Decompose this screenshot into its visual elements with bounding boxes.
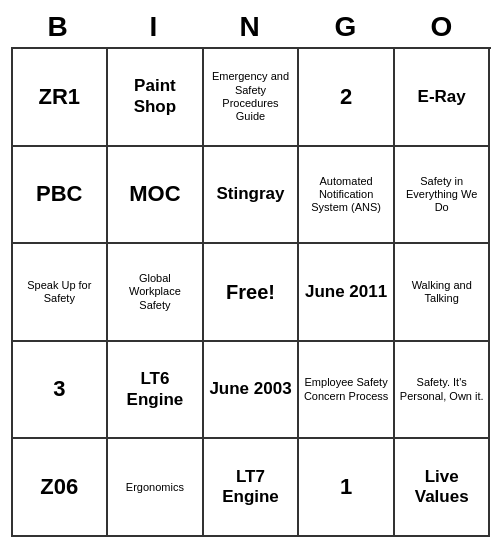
- bingo-header: BINGO: [11, 7, 491, 47]
- bingo-cell-11[interactable]: Global Workplace Safety: [108, 244, 204, 342]
- header-letter-n: N: [203, 7, 299, 47]
- header-letter-g: G: [299, 7, 395, 47]
- bingo-cell-15[interactable]: 3: [13, 342, 109, 440]
- bingo-cell-0[interactable]: ZR1: [13, 49, 109, 147]
- bingo-cell-13[interactable]: June 2011: [299, 244, 395, 342]
- bingo-cell-2[interactable]: Emergency and Safety Procedures Guide: [204, 49, 300, 147]
- bingo-cell-19[interactable]: Safety. It's Personal, Own it.: [395, 342, 491, 440]
- bingo-cell-22[interactable]: LT7 Engine: [204, 439, 300, 537]
- bingo-cell-1[interactable]: Paint Shop: [108, 49, 204, 147]
- bingo-cell-14[interactable]: Walking and Talking: [395, 244, 491, 342]
- bingo-cell-9[interactable]: Safety in Everything We Do: [395, 147, 491, 245]
- bingo-cell-24[interactable]: Live Values: [395, 439, 491, 537]
- bingo-cell-7[interactable]: Stingray: [204, 147, 300, 245]
- bingo-cell-8[interactable]: Automated Notification System (ANS): [299, 147, 395, 245]
- bingo-cell-4[interactable]: E-Ray: [395, 49, 491, 147]
- bingo-cell-17[interactable]: June 2003: [204, 342, 300, 440]
- bingo-cell-12[interactable]: Free!: [204, 244, 300, 342]
- bingo-cell-6[interactable]: MOC: [108, 147, 204, 245]
- header-letter-o: O: [395, 7, 491, 47]
- bingo-cell-5[interactable]: PBC: [13, 147, 109, 245]
- bingo-cell-10[interactable]: Speak Up for Safety: [13, 244, 109, 342]
- bingo-cell-23[interactable]: 1: [299, 439, 395, 537]
- bingo-cell-20[interactable]: Z06: [13, 439, 109, 537]
- bingo-card: BINGO ZR1Paint ShopEmergency and Safety …: [11, 7, 491, 537]
- header-letter-i: I: [107, 7, 203, 47]
- bingo-cell-18[interactable]: Employee Safety Concern Process: [299, 342, 395, 440]
- bingo-grid: ZR1Paint ShopEmergency and Safety Proced…: [11, 47, 491, 537]
- header-letter-b: B: [11, 7, 107, 47]
- bingo-cell-3[interactable]: 2: [299, 49, 395, 147]
- bingo-cell-21[interactable]: Ergonomics: [108, 439, 204, 537]
- bingo-cell-16[interactable]: LT6 Engine: [108, 342, 204, 440]
